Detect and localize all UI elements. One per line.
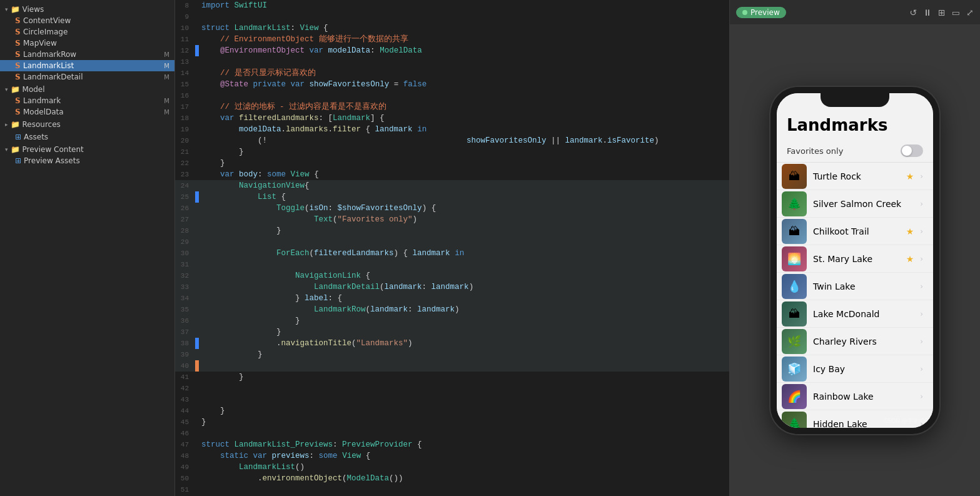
sidebar-group-resources[interactable]: ▸ 📁 Resources <box>0 119 174 130</box>
code-line-40: 40 <box>175 360 729 372</box>
code-line-36: 36 } <box>175 315 729 326</box>
code-line-29: 29 <box>175 236 729 248</box>
code-line-10: 10 struct LandmarkList: View { <box>175 23 729 34</box>
line-number: 39 <box>175 349 195 360</box>
code-content: LandmarkDetail(landmark: landmark) <box>199 281 729 293</box>
code-content: LandmarkRow(landmark: landmark) <box>199 304 729 315</box>
code-line-24: 24 NavigationView{ <box>175 180 729 191</box>
device-icon[interactable]: ▭ <box>952 8 960 18</box>
chevron-right-icon: › <box>920 282 923 291</box>
iphone-screen[interactable]: Landmarks Favorites only 🏔 Turtle Rock ★… <box>777 93 933 428</box>
swift-icon: 𝗦 <box>15 16 21 25</box>
code-line-43: 43 <box>175 394 729 405</box>
line-number: 19 <box>175 124 195 135</box>
sidebar-group-preview-content[interactable]: ▾ 📁 Preview Content <box>0 144 174 155</box>
line-number: 18 <box>175 113 195 124</box>
line-number: 41 <box>175 372 195 383</box>
sidebar-item-landmarkdetail[interactable]: 𝗦 LandmarkDetail M <box>0 71 174 83</box>
views-group-label: Views <box>23 5 169 14</box>
sidebar-item-landmarklist[interactable]: 𝗦 LandmarkList M <box>0 60 174 71</box>
watermark: CSDN @宇夹iOS <box>884 417 928 425</box>
duplicate-icon[interactable]: ⊞ <box>938 8 946 18</box>
preview-assets-label: Preview Assets <box>24 156 169 165</box>
code-line-21: 21 } <box>175 146 729 158</box>
landmark-thumbnail: 💧 <box>782 274 807 299</box>
preview-content-label: Preview Content <box>23 145 169 154</box>
sidebar-label-mapview: MapView <box>23 39 169 48</box>
list-item[interactable]: 🏔 Chilkoot Trail ★ › <box>777 218 933 245</box>
line-number: 30 <box>175 248 195 259</box>
landmark-name: Lake McDonald <box>813 309 914 319</box>
views-group: ▾ 📁 Views 𝗦 ContentView 𝗦 CircleImage 𝗦 … <box>0 4 174 83</box>
line-number: 23 <box>175 169 195 180</box>
sidebar-item-assets[interactable]: ⊞ Assets <box>0 131 174 143</box>
code-content: } <box>199 225 729 236</box>
line-number: 36 <box>175 315 195 326</box>
line-number: 22 <box>175 158 195 169</box>
line-number: 48 <box>175 450 195 462</box>
badge-m: M <box>164 51 169 58</box>
list-item[interactable]: 🌿 Charley Rivers › <box>777 328 933 355</box>
code-content: (! <box>199 135 464 146</box>
sidebar-item-landmarkrow[interactable]: 𝗦 LandmarkRow M <box>0 49 174 60</box>
sidebar-item-contentview[interactable]: 𝗦 ContentView <box>0 15 174 26</box>
sidebar-group-views[interactable]: ▾ 📁 Views <box>0 4 174 15</box>
landmark-thumbnail: 🌿 <box>782 329 807 354</box>
line-marker-orange <box>195 360 199 372</box>
list-item[interactable]: 🏔 Lake McDonald › <box>777 300 933 328</box>
code-line-11: 11 // EnvironmentObject 能够进行一个数据的共享 <box>175 34 729 45</box>
fullscreen-icon[interactable]: ⤢ <box>966 8 974 18</box>
code-line-23: 23 var body: some View { <box>175 169 729 180</box>
swift-icon: 𝗦 <box>15 96 21 105</box>
preview-button[interactable]: Preview <box>736 7 786 18</box>
sidebar-item-landmark[interactable]: 𝗦 Landmark M <box>0 95 174 106</box>
code-content: LandmarkList() <box>199 462 729 473</box>
sidebar-item-preview-assets[interactable]: ⊞ Preview Assets <box>0 155 174 166</box>
swift-icon: 𝗦 <box>15 28 21 36</box>
list-item[interactable]: 🌲 Silver Salmon Creek › <box>777 190 933 218</box>
code-content: } <box>199 315 729 326</box>
sidebar-item-modeldata[interactable]: 𝗦 ModelData M <box>0 106 174 118</box>
code-content: Toggle(isOn: $showFavoritesOnly) { <box>199 203 729 214</box>
model-group: ▾ 📁 Model 𝗦 Landmark M 𝗦 ModelData M <box>0 84 174 118</box>
chevron-down-icon: ▾ <box>5 146 8 153</box>
file-navigator: ▾ 📁 Views 𝗦 ContentView 𝗦 CircleImage 𝗦 … <box>0 0 175 496</box>
preview-label-text: Preview <box>750 8 780 17</box>
sidebar-label-landmarklist: LandmarkList <box>23 61 159 70</box>
list-item[interactable]: 🧊 Icy Bay › <box>777 355 933 383</box>
list-item[interactable]: 🏔 Turtle Rock ★ › <box>777 163 933 190</box>
chevron-right-icon: ▸ <box>5 121 8 128</box>
list-item[interactable]: 💧 Twin Lake › <box>777 273 933 300</box>
pause-icon[interactable]: ⏸ <box>923 8 932 18</box>
line-number: 11 <box>175 34 195 45</box>
line-number: 24 <box>175 180 195 191</box>
code-line-50: 50 .environmentObject(ModelData()) <box>175 473 729 484</box>
code-line-25: 25 List { <box>175 191 729 203</box>
line-number: 45 <box>175 417 195 428</box>
favorites-toggle[interactable] <box>901 144 923 157</box>
sidebar-item-circleimage[interactable]: 𝗦 CircleImage <box>0 26 174 38</box>
sidebar-group-model[interactable]: ▾ 📁 Model <box>0 84 174 95</box>
line-number: 51 <box>175 484 195 495</box>
code-line-26: 26 Toggle(isOn: $showFavoritesOnly) { <box>175 203 729 214</box>
code-line-33: 33 LandmarkDetail(landmark: landmark) <box>175 281 729 293</box>
line-number: 10 <box>175 23 195 34</box>
code-line-15: 15 @State private var showFavoritesOnly … <box>175 79 729 90</box>
sidebar-item-mapview[interactable]: 𝗦 MapView <box>0 38 174 49</box>
list-item[interactable]: 🌈 Rainbow Lake › <box>777 383 933 410</box>
chevron-right-icon: › <box>920 227 923 236</box>
swift-icon: 𝗦 <box>15 108 21 116</box>
code-line-17: 17 // 过滤的地标 - 过滤内容是看是不是喜欢的 <box>175 101 729 113</box>
code-editor[interactable]: 8 import SwiftUI 9 10 struct LandmarkLis… <box>175 0 730 496</box>
refresh-icon[interactable]: ↺ <box>909 8 917 18</box>
favorites-toggle-row[interactable]: Favorites only <box>777 139 933 163</box>
line-number: 17 <box>175 101 195 113</box>
code-content: struct LandmarkList_Previews: PreviewPro… <box>199 439 729 450</box>
list-item[interactable]: 🌅 St. Mary Lake ★ › <box>777 245 933 273</box>
code-line-9: 9 <box>175 11 729 23</box>
line-number: 37 <box>175 326 195 338</box>
preview-toolbar: Preview ↺ ⏸ ⊞ ▭ ⤢ <box>730 0 980 25</box>
code-content: // 过滤的地标 - 过滤内容是看是不是喜欢的 <box>199 101 729 113</box>
folder-icon: 📁 <box>11 85 20 94</box>
code-content: @State private var showFavoritesOnly = f… <box>199 79 729 90</box>
